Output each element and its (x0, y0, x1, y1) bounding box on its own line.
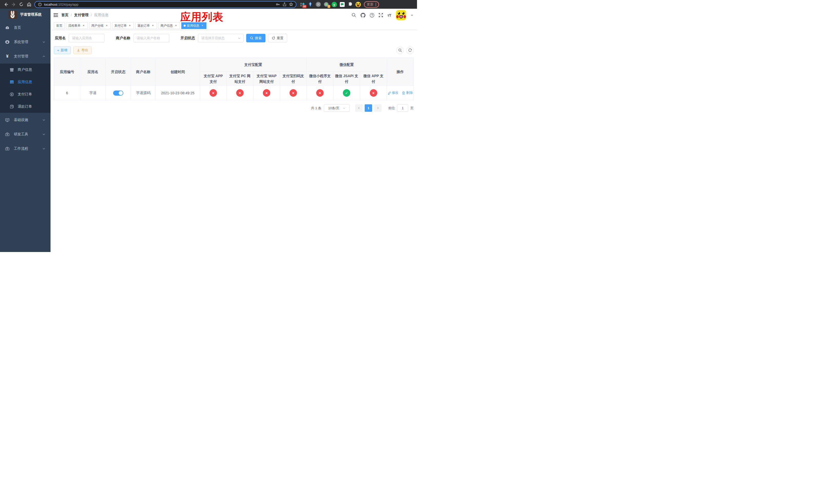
view-tabs: 首页 流程表单× 用户分组× 支付订单× 退款订单× 商户信息× 应用信息× (50, 22, 417, 30)
sidebar-item-app-info[interactable]: 应用信息 (0, 76, 50, 88)
app-name-input[interactable] (69, 34, 105, 42)
site-info-icon[interactable] (38, 2, 42, 7)
chevron-down-icon (42, 147, 45, 150)
sidebar-item-label: 退款订单 (18, 104, 32, 109)
tab-pay-order[interactable]: 支付订单× (112, 22, 134, 29)
chevron-down-icon (343, 107, 346, 110)
chevron-down-icon (42, 118, 45, 121)
enabled-switch[interactable] (113, 91, 123, 96)
document-copy-icon (10, 105, 14, 109)
bookmark-star-icon[interactable] (289, 2, 293, 7)
github-icon[interactable] (360, 13, 366, 18)
sidebar-item-pay-order[interactable]: 支付订单 (0, 88, 50, 100)
sidebar-item-refund-order[interactable]: 退款订单 (0, 100, 50, 113)
col-alipay-pc: 支付宝 PC 网站支付 (227, 72, 254, 86)
refresh-icon (408, 48, 412, 52)
tab-process-form[interactable]: 流程表单× (66, 22, 88, 29)
cell-created: 2021-10-23 08:49:25 (156, 86, 200, 100)
collapse-sidebar-icon[interactable] (52, 12, 59, 19)
reset-button[interactable]: 重置 (268, 34, 287, 42)
breadcrumb-home[interactable]: 首页 (61, 13, 68, 18)
cell-app-name: 芋道 (80, 86, 106, 100)
url-bar[interactable]: localhost:1024/pay/app (35, 1, 297, 8)
yen-icon: ¥ (5, 54, 9, 59)
refresh-table-button[interactable] (406, 47, 414, 54)
gem-extension-icon[interactable] (307, 2, 313, 7)
col-actions: 操作 (387, 58, 414, 86)
app-name-label: 应用名 (55, 36, 66, 41)
delete-link[interactable]: 删除 (402, 91, 413, 95)
col-merchant: 商户名称 (131, 58, 156, 86)
share-icon[interactable] (282, 2, 287, 7)
browser-menu-icon[interactable] (375, 3, 376, 6)
chevron-down-icon (42, 133, 45, 136)
forward-icon[interactable] (10, 1, 17, 7)
sidebar-item-home[interactable]: 首页 (0, 21, 50, 35)
sidebar-item-dev-tools[interactable]: 研发工具 (0, 127, 50, 141)
col-group-wechat: 微信配置 (307, 58, 387, 72)
search-button[interactable]: 搜索 (246, 34, 265, 42)
filter-form: 应用名 商户名称 开启状态 请选择开启状态 搜索 (54, 34, 414, 42)
download-icon (77, 49, 80, 52)
goto-page-input[interactable] (397, 104, 408, 112)
browser-update-button[interactable]: 更新 (364, 1, 379, 8)
password-key-icon[interactable] (276, 2, 280, 7)
breadcrumb-payment[interactable]: 支付管理 (74, 13, 88, 18)
chat-extension-icon[interactable] (339, 2, 345, 7)
record-extension-icon[interactable]: 1 (323, 2, 329, 7)
add-button[interactable]: + 新增 (54, 46, 71, 54)
tab-merchant-info[interactable]: 商户信息× (158, 22, 180, 29)
close-icon[interactable]: × (201, 24, 204, 27)
command-extension-icon[interactable]: ⌘ (315, 2, 321, 7)
tab-user-group[interactable]: 用户分组× (89, 22, 111, 29)
close-icon[interactable]: × (151, 24, 155, 27)
chevron-down-icon[interactable] (411, 14, 413, 17)
prev-page-button[interactable] (355, 104, 363, 112)
reload-icon[interactable] (18, 1, 24, 7)
sidebar-item-payment[interactable]: ¥ 支付管理 (0, 49, 50, 64)
emoji-extension-icon[interactable] (355, 2, 361, 7)
col-status: 开启状态 (106, 58, 131, 86)
edit-link[interactable]: 修改 (388, 91, 398, 95)
col-app-name: 应用名 (80, 58, 106, 86)
close-icon[interactable]: × (82, 24, 85, 27)
table-toolbar: + 新增 导出 (54, 46, 414, 54)
avatar[interactable] (396, 10, 406, 20)
pinned-extension-icon[interactable]: 10 (300, 2, 305, 7)
search-icon[interactable] (351, 13, 356, 18)
close-icon[interactable]: × (105, 24, 109, 27)
chevron-down-icon (42, 41, 45, 44)
show-search-button[interactable] (396, 47, 404, 54)
goto-prefix: 前往 (388, 106, 395, 111)
sidebar-item-label: 工作流程 (14, 146, 28, 151)
status-alipay-pc: × (236, 89, 244, 97)
export-button[interactable]: 导出 (73, 46, 91, 54)
col-alipay-wap: 支付宝 WAP 网站支付 (254, 72, 280, 86)
next-page-button[interactable] (374, 104, 381, 112)
help-icon[interactable] (369, 13, 374, 18)
sidebar-item-merchant-info[interactable]: 商户信息 (0, 64, 50, 76)
back-icon[interactable] (3, 1, 9, 7)
page-number-1[interactable]: 1 (365, 104, 372, 112)
sidebar-item-label: 首页 (14, 25, 21, 30)
sidebar-item-system[interactable]: 系统管理 (0, 35, 50, 49)
sidebar-item-infrastructure[interactable]: 基础设施 (0, 113, 50, 127)
payment-submenu: 商户信息 应用信息 支付订单 退款订单 (0, 64, 50, 113)
fullscreen-icon[interactable] (378, 13, 383, 18)
extension-badge: 1 (328, 5, 330, 8)
puzzle-extensions-icon[interactable] (347, 2, 353, 7)
font-size-icon[interactable]: ᴛT (387, 13, 391, 18)
merchant-name-input[interactable] (133, 34, 169, 42)
breadcrumb-separator: / (91, 13, 92, 17)
sidebar-item-workflow[interactable]: 工作流程 (0, 141, 50, 156)
y-extension-icon[interactable]: y (331, 2, 337, 7)
breadcrumb-separator: / (71, 13, 72, 17)
tab-refund-order[interactable]: 退款订单× (135, 22, 157, 29)
tab-home[interactable]: 首页 (54, 22, 65, 29)
page-size-select[interactable]: 10条/页 (324, 104, 350, 112)
home-icon[interactable] (26, 1, 32, 7)
extension-badge: 10 (302, 5, 306, 8)
close-icon[interactable]: × (174, 24, 178, 27)
close-icon[interactable]: × (128, 24, 132, 27)
status-select[interactable]: 请选择开启状态 (198, 34, 244, 42)
